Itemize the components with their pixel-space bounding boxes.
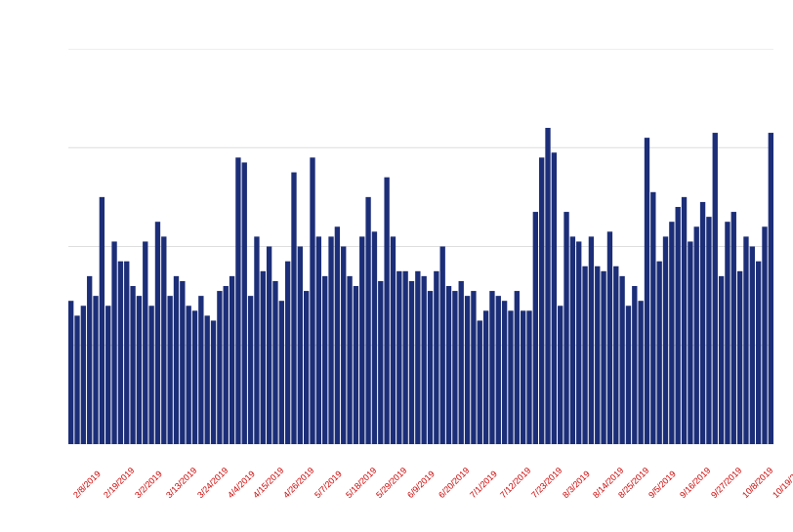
svg-rect-95 (595, 266, 600, 444)
svg-rect-16 (105, 306, 110, 444)
svg-rect-69 (434, 271, 438, 444)
svg-rect-26 (167, 296, 172, 444)
svg-rect-77 (483, 310, 488, 444)
svg-rect-88 (552, 152, 557, 444)
svg-rect-109 (682, 197, 687, 444)
svg-rect-47 (298, 247, 303, 445)
svg-rect-107 (669, 222, 674, 444)
svg-rect-56 (354, 286, 358, 444)
svg-rect-34 (217, 291, 222, 444)
svg-rect-14 (93, 296, 98, 444)
svg-rect-72 (452, 291, 457, 444)
svg-rect-64 (402, 271, 407, 444)
svg-rect-30 (192, 310, 197, 444)
svg-rect-42 (267, 247, 271, 445)
svg-rect-11 (74, 315, 79, 444)
svg-rect-60 (378, 281, 383, 444)
svg-rect-115 (719, 276, 724, 444)
svg-rect-46 (291, 173, 296, 444)
svg-rect-39 (248, 296, 253, 444)
x-axis-label: 7/12/2019 (498, 466, 532, 500)
svg-rect-71 (446, 286, 451, 444)
svg-rect-80 (502, 301, 507, 444)
svg-rect-97 (607, 231, 612, 444)
svg-rect-61 (384, 178, 389, 444)
svg-rect-110 (688, 241, 692, 444)
x-axis-label: 2/19/2019 (102, 466, 136, 500)
svg-rect-48 (304, 291, 309, 444)
x-axis-label: 10/8/2019 (740, 466, 774, 500)
chart-svg: 02,0004,0006,0008,000 (68, 49, 773, 444)
x-axis-label: 3/24/2019 (195, 466, 230, 500)
svg-rect-119 (743, 236, 748, 444)
svg-rect-10 (68, 301, 73, 444)
x-axis-label: 4/15/2019 (251, 466, 285, 500)
svg-rect-90 (563, 212, 568, 444)
svg-rect-17 (111, 241, 116, 444)
svg-rect-105 (657, 262, 662, 444)
svg-rect-94 (589, 236, 594, 444)
svg-rect-70 (440, 247, 445, 445)
svg-rect-21 (137, 296, 142, 444)
svg-rect-45 (285, 262, 290, 444)
svg-rect-27 (174, 276, 179, 444)
svg-rect-32 (205, 315, 210, 444)
svg-rect-43 (272, 281, 277, 444)
svg-rect-52 (328, 236, 333, 444)
svg-rect-28 (180, 281, 185, 444)
svg-rect-118 (737, 271, 742, 444)
svg-rect-12 (81, 306, 86, 444)
svg-rect-44 (279, 301, 284, 444)
svg-rect-20 (130, 286, 135, 444)
svg-rect-79 (496, 296, 501, 444)
svg-rect-22 (143, 241, 147, 444)
svg-rect-76 (478, 320, 482, 444)
x-axis-label: 3/13/2019 (164, 466, 198, 500)
svg-rect-91 (570, 236, 575, 444)
svg-rect-106 (663, 236, 668, 444)
svg-rect-104 (650, 192, 655, 444)
svg-rect-25 (161, 236, 166, 444)
svg-rect-65 (409, 281, 414, 444)
svg-rect-31 (198, 296, 203, 444)
svg-rect-83 (521, 310, 525, 444)
svg-rect-123 (769, 133, 773, 444)
svg-rect-35 (224, 286, 229, 444)
svg-rect-37 (235, 157, 240, 444)
svg-rect-87 (545, 128, 550, 444)
svg-rect-13 (87, 276, 92, 444)
svg-rect-57 (359, 236, 364, 444)
x-axis-label: 7/1/2019 (468, 469, 499, 500)
x-axis-label: 5/18/2019 (344, 466, 378, 500)
svg-rect-100 (626, 306, 631, 444)
svg-rect-112 (700, 202, 705, 444)
chart-container: 02,0004,0006,0008,000 2/8/20192/19/20193… (0, 0, 793, 532)
svg-rect-51 (322, 276, 327, 444)
x-axis-label: 9/27/2019 (709, 466, 743, 500)
svg-rect-73 (459, 281, 464, 444)
svg-rect-86 (539, 157, 544, 444)
svg-rect-18 (118, 262, 123, 444)
svg-rect-19 (124, 262, 129, 444)
svg-rect-62 (391, 236, 396, 444)
x-axis-label: 8/3/2019 (561, 469, 592, 500)
svg-rect-114 (713, 133, 718, 444)
x-axis-label: 4/4/2019 (226, 469, 257, 500)
svg-rect-99 (619, 276, 624, 444)
x-axis-label: 5/29/2019 (374, 466, 408, 500)
x-axis-label: 3/2/2019 (133, 469, 164, 500)
svg-rect-93 (582, 266, 587, 444)
svg-rect-92 (576, 241, 581, 444)
svg-rect-15 (100, 197, 104, 444)
svg-rect-85 (533, 212, 538, 444)
svg-rect-96 (601, 271, 605, 444)
svg-rect-40 (254, 236, 259, 444)
svg-rect-113 (706, 217, 711, 444)
svg-rect-66 (415, 271, 420, 444)
svg-rect-55 (347, 276, 352, 444)
chart-area: 02,0004,0006,0008,000 2/8/20192/19/20193… (68, 49, 773, 444)
svg-rect-59 (372, 231, 377, 444)
x-axis-label: 4/26/2019 (281, 466, 315, 500)
svg-rect-111 (694, 226, 699, 444)
svg-rect-23 (148, 306, 153, 444)
